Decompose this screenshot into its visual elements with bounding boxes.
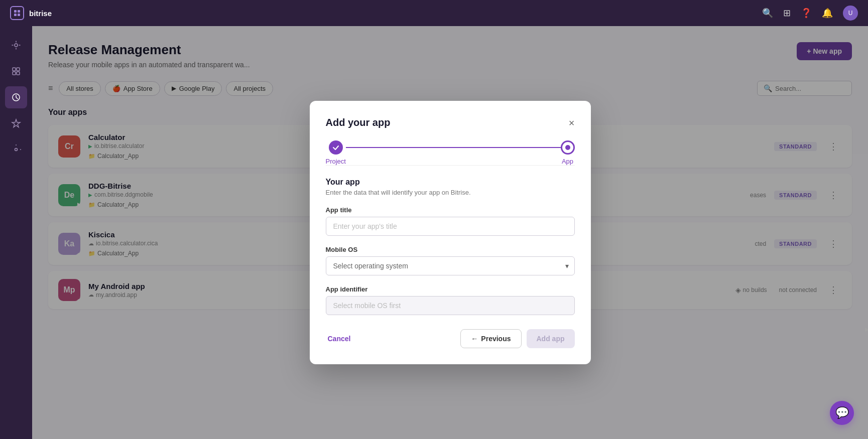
form-section-title: Your app	[326, 178, 575, 187]
bitrise-logo-text: bitrise	[29, 9, 52, 18]
footer-btn-group: ← Previous Add app	[460, 329, 574, 348]
app-identifier-label: App identifier	[326, 285, 575, 293]
avatar[interactable]: U	[843, 6, 858, 21]
svg-rect-1	[18, 10, 20, 13]
svg-rect-3	[18, 14, 20, 16]
modal-divider	[326, 165, 575, 166]
form-group-mobile-os: Mobile OS Select operating system iOS An…	[326, 246, 575, 275]
sidebar-item-grid[interactable]	[5, 60, 27, 82]
svg-rect-0	[14, 10, 17, 13]
app-identifier-input	[326, 296, 575, 315]
add-app-modal: Add your app × Project App	[310, 101, 591, 364]
modal-overlay: Add your app × Project App	[32, 26, 868, 439]
form-group-app-title: App title	[326, 206, 575, 236]
step-circle-app	[561, 140, 575, 155]
sidebar-item-cog[interactable]	[5, 138, 27, 161]
topnav-right: 🔍 ⊞ ❓ 🔔 U	[762, 6, 858, 21]
svg-point-4	[15, 44, 18, 47]
cancel-button[interactable]: Cancel	[326, 331, 353, 347]
main-content: Release Management Release your mobile a…	[32, 26, 868, 439]
step-circle-project	[329, 140, 343, 155]
step-line	[346, 147, 561, 148]
svg-rect-8	[17, 72, 20, 75]
chat-fab-button[interactable]: 💬	[830, 401, 854, 425]
modal-footer: Cancel ← Previous Add app	[326, 329, 575, 348]
step-project: Project	[326, 140, 346, 165]
stepper: Project App	[326, 140, 575, 165]
mobile-os-select[interactable]: Select operating system iOS Android	[326, 256, 575, 275]
sidebar-item-badge[interactable]	[5, 112, 27, 134]
step-label-app: App	[562, 158, 573, 165]
modal-title: Add your app	[326, 117, 391, 128]
top-navbar: bitrise 🔍 ⊞ ❓ 🔔 U	[0, 0, 868, 26]
sidebar-item-settings[interactable]	[5, 34, 27, 56]
search-icon[interactable]: 🔍	[762, 8, 773, 19]
arrow-left-icon: ←	[471, 335, 478, 343]
form-group-app-identifier: App identifier	[326, 285, 575, 315]
bitrise-logo-icon	[10, 6, 24, 20]
chat-icon: 💬	[835, 406, 849, 419]
sidebar	[0, 26, 32, 439]
modal-header: Add your app ×	[326, 117, 575, 128]
modal-close-button[interactable]: ×	[569, 118, 575, 128]
step-app: App	[561, 140, 575, 165]
svg-rect-5	[13, 68, 16, 71]
help-icon[interactable]: ❓	[801, 8, 812, 19]
sidebar-item-release[interactable]	[5, 86, 27, 108]
svg-rect-6	[17, 68, 20, 71]
svg-rect-2	[14, 14, 17, 16]
app-title-label: App title	[326, 206, 575, 214]
add-app-button: Add app	[527, 329, 575, 348]
previous-button[interactable]: ← Previous	[460, 329, 521, 348]
mobile-os-select-wrapper: Select operating system iOS Android ▾	[326, 256, 575, 275]
mobile-os-label: Mobile OS	[326, 246, 575, 253]
bell-icon[interactable]: 🔔	[822, 8, 833, 19]
form-section-subtitle: Enter the data that will identify your a…	[326, 189, 575, 196]
grid-icon[interactable]: ⊞	[783, 8, 791, 19]
topnav-left: bitrise	[10, 6, 52, 20]
svg-rect-7	[13, 72, 16, 75]
svg-point-10	[15, 149, 18, 151]
step-label-project: Project	[326, 158, 346, 165]
app-title-input[interactable]	[326, 217, 575, 236]
main-layout: Release Management Release your mobile a…	[0, 26, 868, 439]
